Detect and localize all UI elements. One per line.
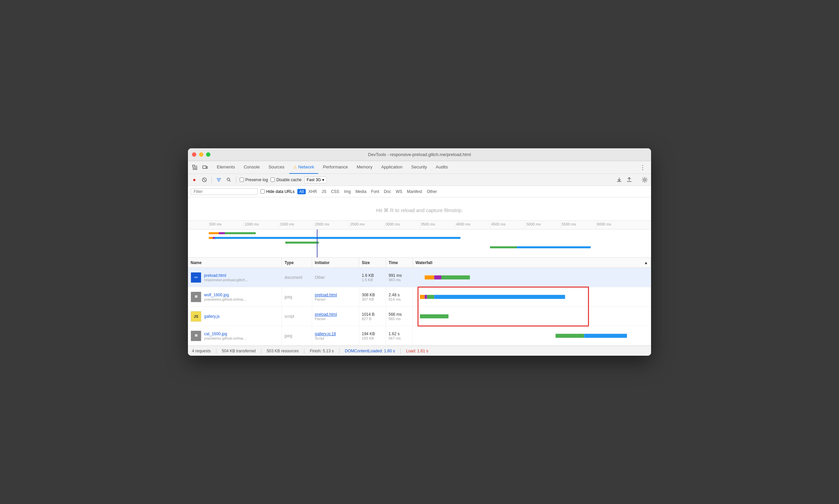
filter-type-css[interactable]: CSS (329, 189, 341, 194)
filter-type-ws[interactable]: WS (394, 189, 404, 194)
td-name-wolf: 🖼 wolf_1600.jpg yoavweiss.github.io/ima.… (188, 287, 282, 306)
record-button[interactable]: ● (191, 176, 198, 183)
th-name[interactable]: Name (188, 258, 282, 267)
filter-input[interactable] (191, 188, 258, 195)
th-time[interactable]: Time (386, 258, 413, 267)
status-dom-content-loaded: DOMContentLoaded: 1.60 s (345, 349, 395, 353)
svg-line-4 (203, 179, 206, 181)
filename-sub-wolf: yoavweiss.github.io/ima... (204, 297, 246, 301)
filter-icon-button[interactable] (215, 176, 222, 183)
close-button[interactable] (192, 152, 196, 157)
hide-data-urls-checkbox[interactable] (261, 189, 265, 194)
tab-audits[interactable]: Audits (432, 161, 452, 174)
td-waterfall-preload (413, 268, 651, 287)
filter-bar: Hide data URLs All XHR JS CSS Img Media … (188, 186, 651, 197)
toolbar-divider-2 (236, 177, 236, 183)
warning-icon: ⚠ (293, 165, 297, 169)
td-initiator-cat: gallery.js:18 Script (312, 326, 359, 345)
td-waterfall-gallery (413, 307, 651, 326)
status-divider-5 (400, 348, 401, 354)
export-button[interactable] (626, 176, 633, 183)
inspect-icon[interactable] (191, 163, 199, 172)
search-button[interactable] (225, 176, 233, 183)
td-size-cat: 194 KB 193 KB (359, 326, 386, 345)
tab-icon-group (191, 163, 210, 172)
window-title: DevTools - responsive-preload.glitch.me/… (368, 152, 471, 157)
td-name-cat: 🖼 cat_1600.jpg yoavweiss.github.io/ima..… (188, 326, 282, 345)
table-row[interactable]: </> preload.html responsive-preload.glit… (188, 268, 651, 287)
timeline-bars (188, 230, 651, 258)
disable-cache-label[interactable]: Disable cache (270, 178, 301, 182)
preserve-log-checkbox[interactable] (239, 178, 244, 182)
table-row[interactable]: 🖼 cat_1600.jpg yoavweiss.github.io/ima..… (188, 326, 651, 346)
filter-type-font[interactable]: Font (369, 189, 381, 194)
timeline-ruler: 500 ms 1000 ms 1500 ms 2000 ms 2500 ms 3… (188, 221, 651, 230)
status-divider-3 (304, 348, 304, 354)
th-size[interactable]: Size (359, 258, 386, 267)
throttle-select[interactable]: Fast 3G ▾ (304, 177, 327, 183)
svg-point-5 (227, 178, 230, 181)
clear-button[interactable] (201, 176, 208, 183)
table-header: Name Type Initiator Size Time Waterfall … (188, 258, 651, 268)
maximize-button[interactable] (206, 152, 210, 157)
svg-rect-22 (425, 295, 427, 299)
filename-wolf: wolf_1600.jpg (204, 293, 246, 297)
th-type[interactable]: Type (282, 258, 312, 267)
td-size-preload: 1.6 KB 1.5 KB (359, 268, 386, 287)
td-time-gallery: 566 ms 565 ms (386, 307, 413, 326)
disable-cache-checkbox[interactable] (270, 178, 275, 182)
td-size-gallery: 1014 B 827 B (359, 307, 386, 326)
ruler-tick-4000: 4000 ms (455, 222, 490, 228)
device-toolbar-icon[interactable] (201, 163, 210, 172)
hide-data-urls-label[interactable]: Hide data URLs (261, 189, 294, 194)
filter-type-all[interactable]: All (297, 189, 306, 194)
ruler-tick-4500: 4500 ms (490, 222, 525, 228)
filter-type-other[interactable]: Other (425, 189, 439, 194)
ruler-tick-1500: 1500 ms (279, 222, 314, 228)
tab-security[interactable]: Security (407, 161, 431, 174)
toolbar-right-actions (615, 176, 648, 183)
svg-rect-9 (209, 232, 219, 234)
svg-rect-14 (285, 241, 319, 244)
tab-memory[interactable]: Memory (353, 161, 377, 174)
more-tabs-button[interactable]: ⋮ (637, 164, 648, 171)
filter-type-doc[interactable]: Doc (382, 189, 393, 194)
ruler-tick-3000: 3000 ms (384, 222, 420, 228)
table-row[interactable]: 🖼 wolf_1600.jpg yoavweiss.github.io/ima.… (188, 287, 651, 307)
svg-rect-11 (209, 237, 461, 239)
filename-gallery: gallery.js (204, 314, 219, 319)
filename-preload: preload.html (204, 273, 248, 278)
filter-type-js[interactable]: JS (320, 189, 328, 194)
settings-button[interactable] (641, 176, 648, 183)
svg-rect-12 (209, 237, 213, 239)
tab-network[interactable]: ⚠ Network (289, 161, 319, 174)
td-type-cat: jpeg (282, 326, 312, 345)
th-initiator[interactable]: Initiator (312, 258, 359, 267)
filename-sub-cat: yoavweiss.github.io/ima... (204, 336, 246, 340)
filter-type-img[interactable]: Img (342, 189, 353, 194)
tab-console[interactable]: Console (239, 161, 264, 174)
svg-rect-18 (425, 275, 434, 280)
filter-type-xhr[interactable]: XHR (306, 189, 319, 194)
table-row[interactable]: JS gallery.js script preload.html Parser (188, 307, 651, 326)
ruler-tick-5000: 5000 ms (525, 222, 560, 228)
tab-elements[interactable]: Elements (213, 161, 239, 174)
import-button[interactable] (615, 176, 623, 183)
tab-bar: Elements Console Sources ⚠ Network Perfo… (188, 161, 651, 174)
status-divider-2 (261, 348, 262, 354)
svg-rect-19 (434, 275, 441, 280)
filter-type-media[interactable]: Media (353, 189, 369, 194)
tab-application[interactable]: Application (377, 161, 407, 174)
tab-performance[interactable]: Performance (319, 161, 352, 174)
filter-type-manifest[interactable]: Manifest (405, 189, 424, 194)
td-waterfall-wolf (413, 287, 651, 306)
status-bar: 4 requests 504 KB transferred 503 KB res… (188, 346, 651, 356)
filename-sub-preload: responsive-preload.glitch... (204, 278, 248, 282)
status-divider-4 (339, 348, 340, 354)
tab-sources[interactable]: Sources (265, 161, 289, 174)
minimize-button[interactable] (199, 152, 203, 157)
th-waterfall[interactable]: Waterfall ▲ (413, 258, 651, 267)
preserve-log-label[interactable]: Preserve log (239, 178, 268, 182)
file-icon-html: </> (191, 272, 201, 283)
timeline-area: 500 ms 1000 ms 1500 ms 2000 ms 2500 ms 3… (188, 221, 651, 258)
